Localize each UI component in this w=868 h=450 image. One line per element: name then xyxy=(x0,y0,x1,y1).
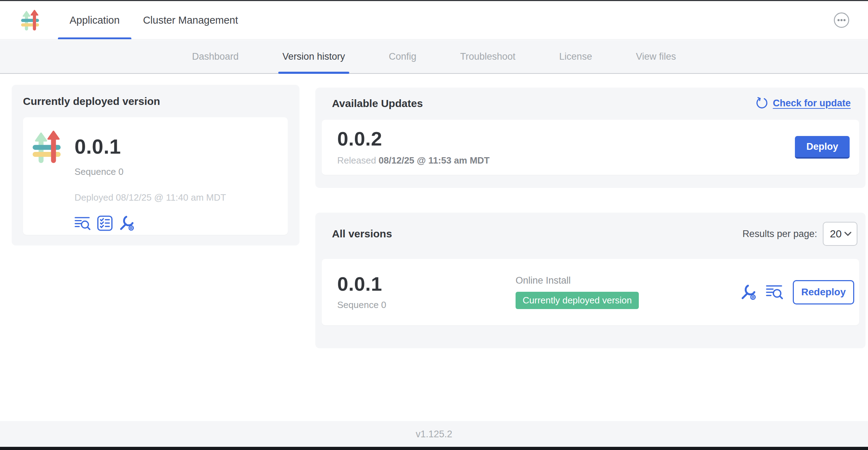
refresh-icon xyxy=(755,97,768,110)
released-timestamp: 08/12/25 @ 11:53 am MDT xyxy=(379,155,489,166)
top-tab-cluster-management[interactable]: Cluster Management xyxy=(131,1,250,39)
top-nav-bar: Application Cluster Management xyxy=(0,1,868,40)
edit-config-icon[interactable] xyxy=(119,215,135,231)
version-row-actions: Redeploy xyxy=(740,280,854,304)
version-row-status: Online Install Currently deployed versio… xyxy=(516,275,740,309)
row-version-number: 0.0.1 xyxy=(337,274,516,294)
kots-admin-console: Application Cluster Management Dashboard… xyxy=(0,0,868,450)
all-versions-header: All versions Results per page: 20 xyxy=(322,222,859,246)
results-per-page-select[interactable]: 20 xyxy=(823,222,857,246)
app-logo-arrows-icon xyxy=(32,131,63,165)
tab-dashboard[interactable]: Dashboard xyxy=(188,40,243,73)
results-per-page-label: Results per page: xyxy=(742,229,817,239)
top-tab-cluster-management-label: Cluster Management xyxy=(143,14,238,26)
tab-version-history-label: Version history xyxy=(283,51,345,62)
available-update-row: 0.0.2 Released 08/12/25 @ 11:53 am MDT D… xyxy=(322,120,859,175)
tab-troubleshoot-label: Troubleshoot xyxy=(460,51,516,62)
row-sequence: Sequence 0 xyxy=(337,300,516,310)
deploy-button[interactable]: Deploy xyxy=(795,136,850,159)
check-for-update-link[interactable]: Check for update xyxy=(755,97,851,110)
currently-deployed-panel: 0.0.1 Sequence 0 Deployed 08/12/25 @ 11:… xyxy=(23,117,288,235)
console-version-label: v1.125.2 xyxy=(416,429,452,440)
tab-license-label: License xyxy=(559,51,592,62)
results-per-page-value: 20 xyxy=(830,228,842,240)
app-sub-nav: Dashboard Version history Config Trouble… xyxy=(0,40,868,74)
currently-deployed-badge: Currently deployed version xyxy=(516,292,639,309)
preflight-checks-icon[interactable] xyxy=(97,215,113,231)
version-row: 0.0.1 Sequence 0 Online Install Currentl… xyxy=(322,259,859,325)
available-update-info: 0.0.2 Released 08/12/25 @ 11:53 am MDT xyxy=(337,129,490,166)
tab-view-files[interactable]: View files xyxy=(632,40,680,73)
install-type-label: Online Install xyxy=(516,275,740,286)
tab-view-files-label: View files xyxy=(636,51,676,62)
view-diff-icon[interactable] xyxy=(75,216,91,231)
update-released-line: Released 08/12/25 @ 11:53 am MDT xyxy=(337,155,490,166)
ellipsis-menu-icon[interactable] xyxy=(833,12,850,28)
currently-deployed-card: Currently deployed version 0.0.1 Sequenc xyxy=(12,85,299,245)
released-prefix: Released xyxy=(337,155,376,166)
tab-dashboard-label: Dashboard xyxy=(192,51,239,62)
app-logo-arrows-icon xyxy=(20,10,41,32)
tab-version-history[interactable]: Version history xyxy=(278,40,349,73)
top-nav-tabs: Application Cluster Management xyxy=(58,1,250,39)
deployed-sequence: Sequence 0 xyxy=(75,166,226,177)
results-per-page: Results per page: 20 xyxy=(742,222,857,246)
deployed-version-actions xyxy=(75,215,226,231)
edit-config-icon[interactable] xyxy=(740,284,757,301)
tab-troubleshoot[interactable]: Troubleshoot xyxy=(456,40,520,73)
redeploy-button[interactable]: Redeploy xyxy=(793,280,854,304)
all-versions-title: All versions xyxy=(332,228,392,240)
top-tab-application[interactable]: Application xyxy=(58,1,131,39)
all-versions-card: All versions Results per page: 20 0.0.1 … xyxy=(315,213,866,348)
check-for-update-label: Check for update xyxy=(773,98,851,109)
deployed-timestamp: Deployed 08/12/25 @ 11:40 am MDT xyxy=(75,192,226,203)
console-footer: v1.125.2 xyxy=(0,421,868,447)
top-tab-application-label: Application xyxy=(70,14,120,26)
deployed-version-number: 0.0.1 xyxy=(75,136,226,157)
chevron-down-icon xyxy=(844,231,852,236)
window-bottom-strip xyxy=(0,447,868,450)
update-version-number: 0.0.2 xyxy=(337,129,490,149)
deployed-version-info: 0.0.1 Sequence 0 Deployed 08/12/25 @ 11:… xyxy=(75,125,226,227)
tab-config[interactable]: Config xyxy=(385,40,421,73)
available-updates-card: Available Updates Check for update 0.0.2… xyxy=(315,88,866,188)
tab-license[interactable]: License xyxy=(555,40,596,73)
available-updates-header: Available Updates Check for update xyxy=(322,97,859,110)
view-diff-icon[interactable] xyxy=(766,284,784,300)
available-updates-title: Available Updates xyxy=(332,97,423,109)
version-row-info: 0.0.1 Sequence 0 xyxy=(337,274,516,310)
tab-config-label: Config xyxy=(389,51,416,62)
currently-deployed-title: Currently deployed version xyxy=(23,95,288,107)
